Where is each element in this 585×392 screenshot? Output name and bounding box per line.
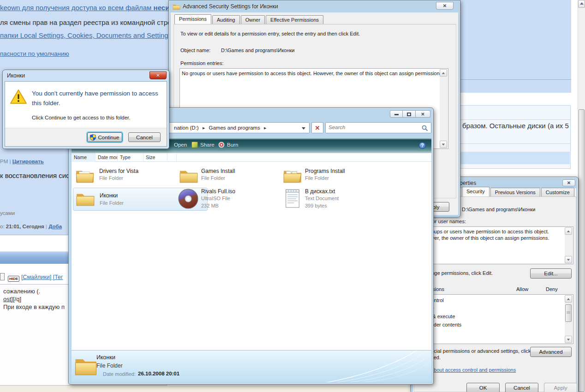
forum-text-line: ля смены прав на раздел реестра из коман…	[0, 18, 180, 26]
close-button[interactable]: ✕	[436, 2, 454, 10]
scrollbar-thumb[interactable]	[579, 109, 585, 392]
browser-scrollbar[interactable]	[578, 0, 585, 392]
close-button[interactable]: ✕	[416, 110, 430, 118]
details-type: File Folder	[96, 362, 123, 369]
search-input[interactable]	[328, 125, 412, 130]
advanced-button[interactable]: Advanced	[530, 347, 572, 357]
scroll-up-button[interactable]	[440, 69, 447, 77]
advanced-dialog-title: Advanced Security Settings for Иконки	[183, 3, 278, 10]
scroll-up-button[interactable]	[578, 0, 585, 8]
close-button[interactable]: ✕	[149, 71, 167, 79]
address-dropdown-icon[interactable]	[302, 127, 305, 130]
column-headers: Name Date modif... Type Size	[72, 153, 431, 162]
tab-previous-versions[interactable]: Previous Versions	[490, 188, 540, 196]
permission-dialog-body: You don't currently have permission to a…	[5, 81, 167, 147]
file-tile[interactable]: В дисках.txt Text Document 399 bytes	[281, 188, 383, 211]
open-button[interactable]: Open	[174, 142, 187, 148]
stop-button[interactable]: ✕	[311, 122, 323, 133]
editor-line: При входе в каждую п	[3, 303, 65, 311]
edit-button[interactable]: Edit...	[530, 268, 572, 279]
forum-link-takeown[interactable]: keown для получения доступа ко всем файл…	[0, 4, 185, 12]
breadcrumb-folder[interactable]: Games and programs	[209, 125, 260, 131]
permission-heading: You don't currently have permission to a…	[32, 89, 160, 108]
forum-link-localsettings[interactable]: папки Local Settings, Cookies, Documents…	[0, 31, 176, 39]
quote-link[interactable]: Цитировать	[12, 159, 44, 164]
tab-security[interactable]: Security	[462, 187, 489, 196]
minimize-icon	[394, 114, 399, 115]
folder-icon	[76, 190, 95, 208]
hide-tag-icon[interactable]: HIDE	[8, 273, 19, 282]
group-names-empty-text: No groups or users have permission to ac…	[419, 228, 563, 241]
list-scrollbar[interactable]	[440, 69, 448, 148]
forum-quote-block-right	[458, 0, 571, 93]
file-list-area: Name Date modif... Type Size Drivers for…	[72, 153, 431, 350]
details-date-label: Date modified:	[103, 371, 136, 377]
divider	[458, 79, 571, 80]
column-header-blank	[167, 153, 177, 162]
close-icon: ✕	[567, 180, 571, 185]
properties-tabs: Security Previous Versions Customize	[462, 187, 575, 196]
file-size: 399 bytes	[305, 203, 327, 208]
column-header-date[interactable]: Date modif...	[96, 153, 118, 162]
folder-icon	[283, 166, 302, 185]
share-button[interactable]: Share	[191, 142, 215, 148]
add-reply-link[interactable]: Доба	[48, 224, 62, 229]
scroll-up-button[interactable]	[565, 227, 572, 235]
close-icon: ✕	[156, 73, 160, 78]
continue-button[interactable]: Continue	[87, 132, 122, 142]
file-tile[interactable]: Programs Install File Folder	[281, 166, 383, 189]
search-box[interactable]	[325, 122, 431, 133]
permissions-list[interactable]: Full control Modify Read & execute List …	[417, 294, 573, 344]
breadcrumb-drive[interactable]: nation (D:)	[174, 125, 199, 131]
burn-button[interactable]: Burn	[218, 142, 238, 148]
scrollbar-thumb[interactable]	[565, 304, 572, 322]
chevron-right-icon: ▶	[262, 126, 269, 130]
editor-line: ost][/q]	[3, 295, 65, 303]
scroll-down-button[interactable]	[565, 256, 572, 263]
search-icon[interactable]	[422, 125, 428, 131]
file-tile[interactable]: Rivals Full.iso UltraISO File 232 MB	[177, 188, 280, 211]
arrow-up-icon	[567, 230, 570, 232]
forum-post-block-right: бразом. Остальные диски (а их 5	[459, 105, 571, 169]
minimize-button[interactable]	[390, 110, 403, 118]
help-icon: ?	[421, 143, 424, 148]
tab-auditing[interactable]: Auditing	[212, 15, 240, 24]
smilies-tags-links[interactable]: [Смайлики] [Тег	[21, 274, 63, 280]
column-header-name[interactable]: Name	[72, 153, 96, 162]
column-header-size[interactable]: Size	[143, 153, 167, 162]
file-tile[interactable]: Drivers for Vista File Folder	[73, 166, 176, 189]
scroll-up-button[interactable]	[565, 295, 572, 303]
forum-post-time-row: о: 21:01, Сегодня | Доба	[0, 224, 62, 229]
object-path: D:\Games and programs\Иконки	[221, 48, 294, 53]
list-scrollbar[interactable]	[565, 227, 573, 263]
scroll-down-button[interactable]	[565, 336, 572, 343]
maximize-icon	[407, 113, 411, 116]
arrow-up-icon	[442, 72, 445, 74]
cancel-button[interactable]: Cancel	[128, 132, 161, 142]
file-tile[interactable]: Games Install File Folder	[177, 166, 280, 189]
ok-button[interactable]: OK	[466, 383, 500, 392]
apply-button[interactable]: Apply	[544, 383, 577, 392]
maximize-button[interactable]	[403, 110, 416, 118]
window-controls: ✕	[390, 110, 430, 118]
forum-link-security-defaults[interactable]: пасности по умолчанию	[0, 50, 69, 57]
folder-icon	[173, 3, 180, 10]
tab-effective-permissions[interactable]: Effective Permissions	[266, 15, 323, 24]
decorative-swoosh	[307, 350, 427, 382]
tab-permissions[interactable]: Permissions	[174, 14, 211, 24]
scroll-down-button[interactable]	[440, 141, 447, 148]
editor-toolbar-icon[interactable]	[0, 273, 5, 280]
tab-owner[interactable]: Owner	[241, 15, 265, 24]
tab-customize[interactable]: Customize	[541, 188, 574, 196]
object-path: D:\Games and programs\Иконки	[462, 207, 535, 212]
breadcrumb: nation (D:) ▶ Games and programs ▶	[174, 125, 269, 131]
help-button[interactable]: ?	[419, 142, 426, 149]
close-button[interactable]: ✕	[562, 179, 575, 186]
column-header-type[interactable]: Type	[118, 153, 143, 162]
arrow-up-icon	[567, 298, 570, 300]
cancel-button[interactable]: Cancel	[505, 383, 538, 392]
explorer-window: ✕ nation (D:) ▶ Games and programs ▶ ✕	[68, 107, 434, 385]
permission-prompt-dialog: Иконки ✕ You don't currently have permis…	[2, 70, 169, 149]
group-names-list[interactable]: No groups or users have permission to ac…	[417, 226, 573, 264]
list-scrollbar[interactable]	[565, 295, 573, 343]
